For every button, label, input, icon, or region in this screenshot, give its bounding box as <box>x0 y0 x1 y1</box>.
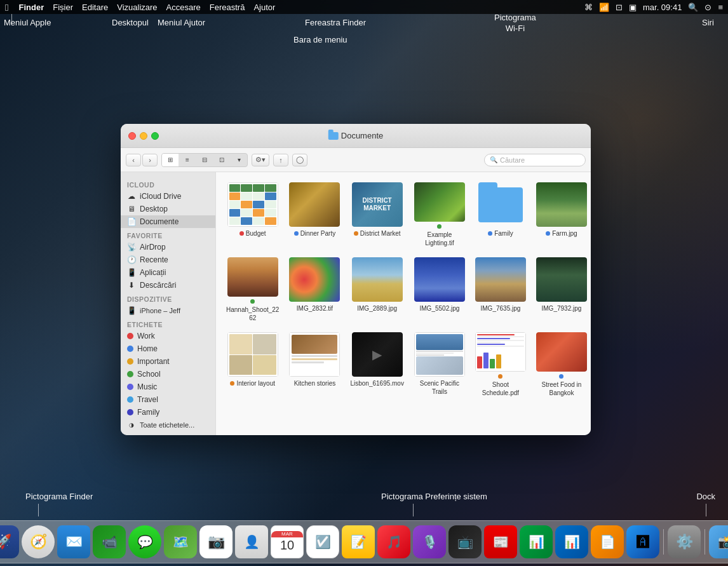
video-play-icon: ▶ <box>372 347 382 362</box>
file-item-hannah-shoot[interactable]: Hannah_Shoot_22 62 <box>224 255 281 325</box>
dock-photos[interactable]: 📷 <box>199 525 233 558</box>
dock-safari[interactable]: 🧭 <box>22 525 55 558</box>
dock-numbers[interactable]: 📊 <box>520 525 553 558</box>
line-meniu-apple <box>11 14 12 25</box>
sidebar-item-iphone[interactable]: 📱 iPhone – Jeff <box>121 304 215 317</box>
sidebar-item-family[interactable]: Family <box>121 406 215 419</box>
file-item-street-food[interactable]: Street Food in Bangkok <box>534 330 590 400</box>
search-box[interactable]: 🔍 Căutare <box>484 154 586 166</box>
file-item-district-market[interactable]: DISTRICTMARKET District Market <box>347 180 407 250</box>
file-item-lisbon[interactable]: ▶ Lisbon_61695.mov <box>347 330 407 400</box>
dock-maps[interactable]: 🗺️ <box>164 525 197 558</box>
file-item-shoot-schedule[interactable]: Shoot Schedule.pdf <box>473 330 529 400</box>
schedule-thumb <box>475 332 526 372</box>
file-thumb-img7635 <box>475 257 526 302</box>
dock-mail[interactable]: ✉️ <box>57 525 90 558</box>
column-view-button[interactable]: ⊟ <box>196 154 213 166</box>
dock-launchpad[interactable]: 🚀 <box>0 525 19 558</box>
sidebar-item-documente[interactable]: 📄 Documente <box>121 215 215 228</box>
finder-menu[interactable]: Finder <box>18 3 44 12</box>
wifi-icon: ⌘ <box>584 3 593 12</box>
dock-notes[interactable]: 📝 <box>342 525 375 558</box>
dock-news[interactable]: 📰 <box>484 525 517 558</box>
dock-screenshots[interactable]: 📸 <box>709 525 728 558</box>
lighting-dot <box>437 224 442 229</box>
dock-reminders[interactable]: ☑️ <box>306 525 339 558</box>
file-item-img7635[interactable]: IMG_7635.jpg <box>473 255 529 325</box>
sidebar-item-toate[interactable]: ◑ Toate etichetele... <box>121 419 215 431</box>
notification-center-icon[interactable]: ≡ <box>718 3 723 12</box>
sidebar-item-aplicatii[interactable]: 📱 Aplicații <box>121 266 215 279</box>
dock-appstore[interactable]: 🅰 <box>626 525 659 558</box>
sidebar-item-recente[interactable]: 🕐 Recente <box>121 253 215 266</box>
action-button[interactable]: ⚙▾ <box>252 154 269 166</box>
file-item-kitchen-stories[interactable]: Kitchen stories <box>286 330 342 400</box>
dock-keynote[interactable]: 📊 <box>555 525 588 558</box>
share-button[interactable]: ↑ <box>273 154 288 166</box>
forward-button[interactable]: › <box>142 154 158 166</box>
file-item-family[interactable]: Family <box>473 180 529 250</box>
dock-appletv[interactable]: 📺 <box>448 525 482 558</box>
file-label-streetfood: Street Food in Bangkok <box>536 374 587 397</box>
file-item-budget[interactable]: Budget <box>224 180 281 250</box>
fisier-menu[interactable]: Fișier <box>53 3 73 12</box>
apple-menu[interactable]:  <box>5 2 8 13</box>
dock-sysprefs[interactable]: ⚙️ <box>668 525 701 558</box>
back-button[interactable]: ‹ <box>126 154 141 166</box>
dock-pages[interactable]: 📄 <box>591 525 624 558</box>
sidebar-item-airdrop[interactable]: 📡 AirDrop <box>121 241 215 253</box>
dock-contacts[interactable]: 👤 <box>235 525 268 558</box>
fereastra-menu[interactable]: Fereastră <box>210 3 245 12</box>
close-button[interactable] <box>128 132 136 140</box>
dock-calendar[interactable]: MAR 10 <box>271 525 304 558</box>
file-item-interior-layout[interactable]: Interior layout <box>224 330 281 400</box>
file-item-farm[interactable]: Farm.jpg <box>534 180 590 250</box>
file-item-dinner-party[interactable]: Dinner Party <box>286 180 342 250</box>
file-grid: Budget Dinner Party DISTRICTMARKET <box>216 172 591 435</box>
file-item-img7932[interactable]: IMG_7932.jpg <box>534 255 590 325</box>
list-view-button[interactable]: ≡ <box>179 154 196 166</box>
file-item-example-lighting[interactable]: Example Lighting.tif <box>412 180 468 250</box>
aplicatii-icon: 📱 <box>127 268 136 277</box>
sidebar-item-music[interactable]: Music <box>121 381 215 393</box>
ajutor-menu[interactable]: Ajutor <box>253 3 275 12</box>
sidebar-item-school[interactable]: School <box>121 368 215 381</box>
file-item-img2832[interactable]: IMG_2832.tif <box>286 255 342 325</box>
file-thumb-scenic <box>414 332 465 377</box>
gallery-view-button[interactable]: ⊡ <box>213 154 230 166</box>
school-tag-dot <box>127 371 133 377</box>
file-label-scenic: Scenic Pacific Trails <box>414 379 465 396</box>
tags-button[interactable]: ◯ <box>292 154 307 166</box>
file-item-scenic[interactable]: Scenic Pacific Trails <box>412 330 468 400</box>
sidebar-item-icloud-drive[interactable]: ☁ iCloud Drive <box>121 190 215 203</box>
sidebar-item-descarcari[interactable]: ⬇ Descărcări <box>121 279 215 292</box>
file-label-lighting: Example Lighting.tif <box>414 224 465 247</box>
siri-icon[interactable]: ⊙ <box>704 3 711 12</box>
file-thumb-streetfood <box>536 332 587 372</box>
file-label-budget: Budget <box>239 229 266 238</box>
sidebar-item-important[interactable]: Important <box>121 355 215 368</box>
dock-messages[interactable]: 💬 <box>128 525 161 558</box>
dock-podcasts[interactable]: 🎙️ <box>413 525 446 558</box>
window-titlebar: Documente <box>121 124 591 148</box>
sidebar-item-travel[interactable]: Travel <box>121 393 215 406</box>
vizualizare-menu[interactable]: Vizualizare <box>117 3 157 12</box>
sidebar-item-desktop[interactable]: 🖥 Desktop <box>121 203 215 215</box>
icon-view-button[interactable]: ⊞ <box>162 154 179 166</box>
search-icon[interactable]: 🔍 <box>688 3 698 12</box>
editare-menu[interactable]: Editare <box>82 3 108 12</box>
minimize-button[interactable] <box>140 132 147 140</box>
file-item-img5502[interactable]: IMG_5502.jpg <box>412 255 468 325</box>
folder-thumb <box>478 187 523 222</box>
file-thumb-lisbon: ▶ <box>352 332 403 377</box>
clock: mar. 09:41 <box>643 3 682 12</box>
documents-icon: 📄 <box>127 217 136 226</box>
accesare-menu[interactable]: Accesare <box>166 3 201 12</box>
file-item-img2889[interactable]: IMG_2889.jpg <box>347 255 407 325</box>
view-options-button[interactable]: ▾ <box>231 154 247 166</box>
sidebar-item-work[interactable]: Work <box>121 330 215 342</box>
sidebar-item-home[interactable]: Home <box>121 342 215 355</box>
maximize-button[interactable] <box>151 132 159 140</box>
dock-facetime[interactable]: 📹 <box>93 525 126 558</box>
dock-music[interactable]: 🎵 <box>377 525 410 558</box>
